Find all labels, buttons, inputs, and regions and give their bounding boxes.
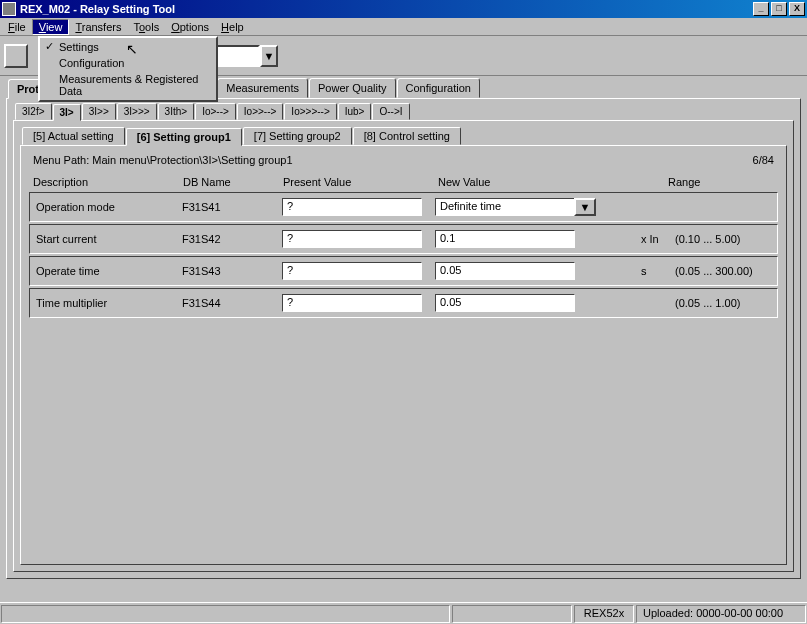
menu-transfers[interactable]: Transfers — [69, 20, 127, 34]
status-message — [1, 605, 450, 623]
tab-configuration[interactable]: Configuration — [397, 78, 480, 98]
menu-help[interactable]: Help — [215, 20, 250, 34]
range-start-current: (0.10 ... 5.00) — [675, 233, 771, 245]
tab-power-quality[interactable]: Power Quality — [309, 78, 395, 98]
desc-operate-time: Operate time — [36, 265, 182, 277]
desc-start-current: Start current — [36, 233, 182, 245]
nv-time-multiplier-field[interactable]: 0.05 — [435, 294, 575, 312]
tab-actual-setting[interactable]: [5] Actual setting — [22, 127, 125, 145]
pv-time-multiplier: ? — [282, 294, 422, 312]
row-operate-time: Operate time F31S43 ? 0.05 s (0.05 ... 3… — [29, 256, 778, 286]
db-start-current: F31S42 — [182, 233, 282, 245]
app-icon — [2, 2, 16, 16]
db-operate-time: F31S43 — [182, 265, 282, 277]
maximize-button[interactable]: □ — [771, 2, 787, 16]
dropdown-measurements[interactable]: Measurements & Registered Data — [41, 71, 215, 99]
db-time-multiplier: F31S44 — [182, 297, 282, 309]
settings-panel: Menu Path: Main menu\Protection\3I>\Sett… — [20, 145, 787, 565]
header-description: Description — [33, 176, 183, 188]
row-time-multiplier: Time multiplier F31S44 ? 0.05 (0.05 ... … — [29, 288, 778, 318]
header-new-value: New Value — [438, 176, 668, 188]
page-info: 6/84 — [753, 154, 774, 166]
subtab-3i2[interactable]: 3I>> — [82, 103, 116, 120]
tab-measurements[interactable]: Measurements — [217, 78, 308, 98]
db-operation-mode: F31S41 — [182, 201, 282, 213]
subtab-io1[interactable]: Io>--> — [195, 103, 236, 120]
pv-start-current: ? — [282, 230, 422, 248]
subtab-iub[interactable]: Iub> — [338, 103, 372, 120]
nv-operation-mode-field[interactable]: Definite time — [435, 198, 575, 216]
sub-tab-content: [5] Actual setting [6] Setting group1 [7… — [13, 120, 794, 572]
row-operation-mode: Operation mode F31S41 ? Definite time ▼ — [29, 192, 778, 222]
nv-operation-mode-dropdown[interactable]: ▼ — [574, 198, 596, 216]
tab-setting-group2[interactable]: [7] Setting group2 — [243, 127, 352, 145]
window-titlebar: REX_M02 - Relay Setting Tool _ □ X — [0, 0, 807, 18]
menu-view[interactable]: View — [32, 19, 70, 35]
range-time-multiplier: (0.05 ... 1.00) — [675, 297, 771, 309]
range-operate-time: (0.05 ... 300.00) — [675, 265, 771, 277]
menu-path: Menu Path: Main menu\Protection\3I>\Sett… — [33, 154, 293, 166]
desc-operation-mode: Operation mode — [36, 201, 182, 213]
menu-tools[interactable]: Tools — [127, 20, 165, 34]
sub-tab-row: 3I2f> 3I> 3I>> 3I>>> 3Ith> Io>--> Io>>--… — [7, 99, 800, 120]
subtab-io3[interactable]: Io>>>--> — [284, 103, 336, 120]
status-bar: REX52x Uploaded: 0000-00-00 00:00 — [0, 602, 807, 624]
close-button[interactable]: X — [789, 2, 805, 16]
row-start-current: Start current F31S42 ? 0.1 x In (0.10 ..… — [29, 224, 778, 254]
status-spacer — [452, 605, 572, 623]
subtab-3i2f[interactable]: 3I2f> — [15, 103, 52, 120]
status-uploaded: Uploaded: 0000-00-00 00:00 — [636, 605, 806, 623]
status-device: REX52x — [574, 605, 634, 623]
window-title: REX_M02 - Relay Setting Tool — [20, 3, 751, 15]
setting-tab-row: [5] Actual setting [6] Setting group1 [7… — [14, 121, 793, 145]
dropdown-settings[interactable]: ✓ Settings ↖ — [41, 39, 215, 55]
subtab-3i3[interactable]: 3I>>> — [117, 103, 157, 120]
dropdown-configuration[interactable]: Configuration — [41, 55, 215, 71]
subtab-3ith[interactable]: 3Ith> — [158, 103, 195, 120]
nv-operate-time-field[interactable]: 0.05 — [435, 262, 575, 280]
menu-options[interactable]: Options — [165, 20, 215, 34]
toolbar-button-1[interactable] — [4, 44, 28, 68]
header-dbname: DB Name — [183, 176, 283, 188]
view-dropdown: ✓ Settings ↖ Configuration Measurements … — [38, 36, 218, 102]
checkmark-icon: ✓ — [45, 40, 54, 53]
toolbar-combo-dropdown-button[interactable]: ▼ — [260, 45, 278, 67]
header-range: Range — [668, 176, 774, 188]
subtab-io2[interactable]: Io>>--> — [237, 103, 284, 120]
subtab-oi[interactable]: O-->I — [372, 103, 409, 120]
unit-operate-time: s — [635, 265, 675, 277]
subtab-3i[interactable]: 3I> — [53, 104, 81, 121]
tab-setting-group1[interactable]: [6] Setting group1 — [126, 128, 242, 146]
tab-control-setting[interactable]: [8] Control setting — [353, 127, 461, 145]
path-row: Menu Path: Main menu\Protection\3I>\Sett… — [29, 152, 778, 174]
pv-operation-mode: ? — [282, 198, 422, 216]
main-tab-content: 3I2f> 3I> 3I>> 3I>>> 3Ith> Io>--> Io>>--… — [6, 98, 801, 579]
menu-file[interactable]: File — [2, 20, 32, 34]
pv-operate-time: ? — [282, 262, 422, 280]
minimize-button[interactable]: _ — [753, 2, 769, 16]
nv-start-current-field[interactable]: 0.1 — [435, 230, 575, 248]
menu-bar: File View Transfers Tools Options Help — [0, 18, 807, 36]
column-headers: Description DB Name Present Value New Va… — [29, 174, 778, 190]
header-present-value: Present Value — [283, 176, 438, 188]
desc-time-multiplier: Time multiplier — [36, 297, 182, 309]
dropdown-settings-label: Settings — [59, 41, 99, 53]
unit-start-current: x In — [635, 233, 675, 245]
